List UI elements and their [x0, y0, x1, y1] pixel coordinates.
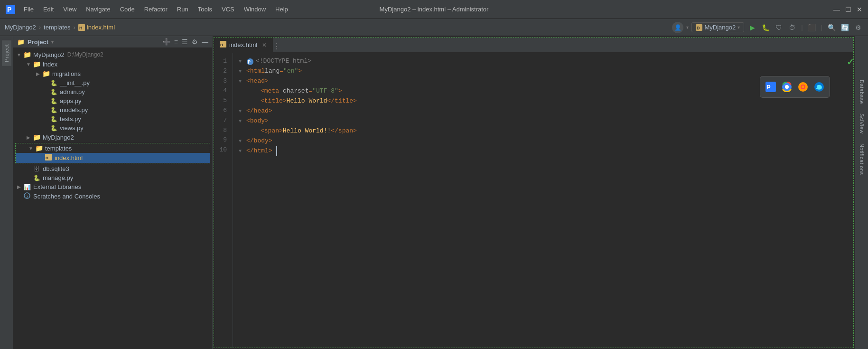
- index-html-icon: H: [44, 154, 53, 162]
- update-button[interactable]: 🔄: [840, 22, 850, 33]
- fold-7[interactable]: ▼: [239, 118, 245, 125]
- menu-file[interactable]: File: [20, 4, 37, 14]
- tree-arrow-migrations: ▶: [34, 71, 42, 76]
- tree-templates-label: templates: [45, 145, 72, 152]
- avatar-dropdown[interactable]: ▾: [686, 25, 689, 30]
- project-panel-toggle[interactable]: Project: [2, 40, 11, 66]
- init-py-icon: 🐍: [49, 80, 58, 86]
- search-everywhere-button[interactable]: 🔍: [826, 22, 837, 33]
- tree-db-sqlite3[interactable]: 🗄 db.sqlite3: [13, 164, 212, 173]
- svg-text:H: H: [220, 43, 223, 47]
- menu-navigate[interactable]: Navigate: [82, 4, 114, 14]
- tab-close-button[interactable]: ✕: [262, 42, 267, 48]
- editor-content[interactable]: 1 2 3 4 5 6 7 8 9 10 ▼ P <!DOCTYPE html>: [214, 53, 853, 348]
- user-avatar[interactable]: 👤: [672, 22, 683, 33]
- tree-index-label: index: [43, 61, 57, 68]
- minimize-button[interactable]: —: [833, 6, 840, 13]
- templates-folder-icon: 📁: [35, 144, 43, 152]
- tree-mydjango2-folder[interactable]: ▶ 📁 MyDjango2: [13, 132, 212, 142]
- fold-6[interactable]: ▼: [239, 108, 245, 115]
- tree-init-py[interactable]: 🐍 __init__.py: [13, 78, 212, 87]
- code-line-9: ▼ </body>: [239, 136, 848, 146]
- tree-scratches-consoles[interactable]: S Scratches and Consoles: [13, 191, 212, 201]
- tree-manage-py[interactable]: 🐍 manage.py: [13, 173, 212, 182]
- editor-tabs-more[interactable]: ⋮: [273, 38, 280, 55]
- sciview-panel-toggle[interactable]: SciView: [857, 110, 867, 137]
- profile-button[interactable]: ⏱: [787, 22, 797, 33]
- breadcrumb-project[interactable]: MyDjango2: [5, 24, 36, 31]
- code-line-7: ▼ <body>: [239, 116, 848, 126]
- manage-py-icon: 🐍: [32, 175, 41, 181]
- run-button[interactable]: ▶: [747, 22, 757, 33]
- close-button[interactable]: ✕: [856, 6, 863, 13]
- run-config-dropdown[interactable]: D MyDjango2 ▾: [691, 22, 744, 32]
- tree-models-label: models.py: [60, 106, 88, 113]
- tree-templates-folder[interactable]: ▼ 📁 templates: [16, 143, 210, 153]
- editor-tab-index-html[interactable]: H index.html ✕: [214, 38, 273, 52]
- fold-10[interactable]: ▼: [239, 148, 245, 155]
- scratches-icon: S: [23, 192, 31, 200]
- edge-browser-icon[interactable]: [812, 80, 826, 94]
- panel-filter-icon[interactable]: ☰: [182, 38, 188, 46]
- stop-button[interactable]: ⬛: [807, 22, 817, 33]
- menu-edit[interactable]: Edit: [39, 4, 57, 14]
- tree-root-label: MyDjango2: [33, 51, 65, 58]
- tree-tests-label: tests.py: [60, 115, 81, 123]
- fold-3[interactable]: ▼: [239, 78, 245, 85]
- menu-view[interactable]: View: [59, 4, 80, 14]
- breadcrumb-folder[interactable]: templates: [44, 24, 70, 31]
- fold-9[interactable]: ▼: [239, 138, 245, 145]
- tree-arrow-templates: ▼: [27, 146, 35, 151]
- line-num-10: 10: [214, 145, 229, 155]
- chrome-browser-icon[interactable]: [780, 80, 793, 94]
- breadcrumb: MyDjango2 › templates › H index.html: [5, 24, 115, 31]
- tree-external-libraries[interactable]: ▶ 📊 External Libraries: [13, 182, 212, 191]
- firefox-browser-icon[interactable]: [796, 80, 810, 94]
- menu-window[interactable]: Window: [240, 4, 270, 14]
- settings-icon[interactable]: ⚙: [853, 22, 863, 33]
- debug-button[interactable]: 🐛: [760, 22, 771, 33]
- tree-root[interactable]: ▼ 📁 MyDjango2 D:\MyDjango2: [13, 50, 212, 59]
- tree-migrations-folder[interactable]: ▶ 📁 migrations: [13, 69, 212, 78]
- database-panel-toggle[interactable]: Database: [857, 76, 867, 108]
- fold-1[interactable]: ▼: [239, 58, 245, 66]
- coverage-button[interactable]: 🛡: [774, 22, 784, 33]
- tree-init-label: __init__.py: [60, 79, 90, 86]
- panel-add-icon[interactable]: ➕: [162, 38, 170, 46]
- tree-admin-py[interactable]: 🐍 admin.py: [13, 87, 212, 96]
- pycharm-browser-icon[interactable]: P: [764, 80, 777, 94]
- migrations-folder-icon: 📁: [42, 70, 50, 77]
- tree-tests-py[interactable]: 🐍 tests.py: [13, 114, 212, 123]
- fold-2[interactable]: ▼: [239, 68, 245, 75]
- code-line-2: ▼ <html lang="en">: [239, 66, 848, 76]
- panel-settings-icon[interactable]: ⚙: [192, 38, 198, 46]
- tab-file-icon: H: [220, 41, 226, 49]
- panel-title: Project: [28, 38, 48, 46]
- svg-text:S: S: [26, 194, 28, 198]
- editor-area: H index.html ✕ ⋮ 1 2 3 4 5 6 7 8 9 10: [214, 37, 854, 348]
- breadcrumb-filename[interactable]: index.html: [87, 24, 115, 31]
- menu-code[interactable]: Code: [116, 4, 139, 14]
- models-py-icon: 🐍: [49, 107, 58, 113]
- tree-extlib-label: External Libraries: [33, 183, 81, 190]
- menu-tools[interactable]: Tools: [194, 4, 216, 14]
- tree-index-folder[interactable]: ▼ 📁 index: [13, 59, 212, 69]
- panel-minimize-icon[interactable]: —: [202, 38, 208, 46]
- tree-views-py[interactable]: 🐍 views.py: [13, 123, 212, 132]
- menu-vcs[interactable]: VCS: [218, 4, 238, 14]
- svg-text:H: H: [79, 26, 83, 30]
- line-num-3: 3: [214, 76, 229, 86]
- panel-collapse-icon[interactable]: ≡: [174, 38, 178, 46]
- maximize-button[interactable]: ☐: [844, 6, 852, 13]
- notifications-panel-toggle[interactable]: Notifications: [857, 140, 867, 179]
- menu-help[interactable]: Help: [271, 4, 292, 14]
- menu-run[interactable]: Run: [173, 4, 192, 14]
- panel-dropdown-arrow[interactable]: ▾: [51, 39, 54, 45]
- tree-apps-py[interactable]: 🐍 apps.py: [13, 96, 212, 105]
- tree-index-html[interactable]: H index.html: [16, 153, 210, 163]
- second-bar: MyDjango2 › templates › H index.html 👤 ▾…: [0, 19, 868, 36]
- templates-folder-container: ▼ 📁 templates H index.html: [15, 143, 210, 163]
- tree-models-py[interactable]: 🐍 models.py: [13, 105, 212, 114]
- menu-refactor[interactable]: Refactor: [140, 4, 171, 14]
- line-num-9: 9: [214, 135, 229, 145]
